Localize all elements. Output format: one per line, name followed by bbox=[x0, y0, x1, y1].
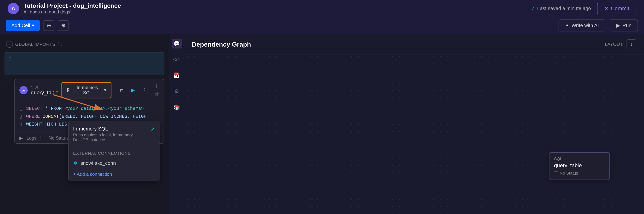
global-imports-toggle[interactable]: ‹ bbox=[6, 41, 13, 48]
add-above-button[interactable]: ⊕ bbox=[44, 20, 54, 31]
add-cell-button[interactable]: Add Cell ▾ bbox=[6, 20, 40, 31]
sidebar-chat-icon[interactable]: 💬 bbox=[172, 39, 182, 48]
dependency-graph-panel: Dependency Graph LAYOUT: ↓ SQL query_tab… bbox=[184, 34, 644, 214]
graph-node-type: SQL bbox=[554, 156, 605, 161]
global-imports-label: GLOBAL IMPORTS bbox=[15, 42, 55, 47]
in-memory-check-icon: ✓ bbox=[150, 127, 155, 133]
db-selector-button[interactable]: 🗄 In-memory SQL ▾ bbox=[62, 82, 111, 98]
code-line-1: 1 SELECT * FROM <your_database>.<your_sc… bbox=[19, 105, 160, 113]
graph-node-query-table[interactable]: SQL query_table No Status bbox=[549, 152, 610, 180]
sql-cell-type-icon: A bbox=[19, 86, 28, 94]
delete-cell-icon[interactable]: 🗑 bbox=[154, 91, 160, 97]
ai-icon: ✦ bbox=[565, 22, 569, 28]
dep-graph-right: LAYOUT: ↓ bbox=[605, 39, 636, 49]
status-checkbox[interactable] bbox=[40, 136, 45, 140]
project-title: Tutorial Project - dog_intelligence bbox=[24, 2, 121, 9]
db-icon: 🗄 bbox=[66, 88, 71, 93]
plus-down-icon: ⊕ bbox=[61, 22, 66, 29]
header-title-group: Tutorial Project - dog_intelligence All … bbox=[24, 2, 121, 14]
sidebar-schedule-icon[interactable]: 📅 bbox=[172, 70, 182, 80]
commit-button[interactable]: ⊙ Commit bbox=[597, 3, 636, 14]
snowflake-icon: ❄ bbox=[73, 160, 78, 166]
global-imports-info-icon: ⓘ bbox=[58, 41, 62, 47]
move-handle-icon[interactable]: ✛ bbox=[154, 83, 160, 89]
sql-cell-toggle[interactable]: ‹ bbox=[4, 83, 12, 89]
status-label: No Status bbox=[48, 135, 68, 141]
sidebar-settings-icon[interactable]: ⚙ bbox=[172, 86, 182, 96]
in-memory-sql-option[interactable]: In-memory SQL Runs against a local, in-m… bbox=[68, 123, 159, 145]
main-layout: ‹ GLOBAL IMPORTS ⓘ 1 ‹ A SQL bbox=[0, 34, 644, 214]
snowflake-conn-option[interactable]: ❄ snowflake_conn bbox=[68, 157, 159, 169]
graph-background bbox=[184, 53, 644, 214]
dep-graph-title: Dependency Graph bbox=[192, 41, 251, 48]
header-right: ✓ Last saved a minute ago ⊙ Commit bbox=[531, 3, 636, 14]
cell-name-label: query_table bbox=[31, 90, 58, 96]
commit-icon: ⊙ bbox=[604, 5, 609, 11]
run-cell-button[interactable]: ▶ bbox=[129, 86, 137, 94]
add-below-button[interactable]: ⊕ bbox=[58, 20, 68, 31]
dropdown-divider bbox=[68, 147, 159, 147]
graph-node-status-box bbox=[554, 171, 558, 175]
project-subtitle: All dogs are good dogs! bbox=[24, 9, 121, 14]
logs-toggle[interactable]: Logs bbox=[26, 135, 36, 141]
checkmark-icon: ✓ bbox=[531, 5, 535, 11]
external-connections-header: EXTERNAL CONNECTIONS bbox=[68, 149, 159, 157]
in-memory-sql-desc: Runs against a local, in-memory DuckDB i… bbox=[73, 133, 148, 142]
graph-node-name: query_table bbox=[554, 162, 605, 169]
in-memory-sql-title: In-memory SQL bbox=[73, 126, 148, 132]
toolbar-right: ✦ Write with AI ▶ Run bbox=[558, 19, 638, 31]
logs-expand-icon[interactable]: ▶ bbox=[19, 135, 23, 141]
db-chevron-icon: ▾ bbox=[104, 88, 106, 93]
sidebar-code-icon[interactable]: </> bbox=[172, 55, 182, 64]
sql-cell-header: A SQL query_table 🗄 In-memory SQL ▾ ⇄ ▶ … bbox=[15, 79, 164, 101]
global-imports-header: ‹ GLOBAL IMPORTS ⓘ bbox=[0, 38, 169, 51]
in-memory-sql-content: In-memory SQL Runs against a local, in-m… bbox=[73, 126, 148, 142]
chevron-down-icon: ▾ bbox=[32, 22, 34, 28]
more-options-button[interactable]: ⋮ bbox=[140, 86, 148, 94]
run-icon: ▶ bbox=[616, 22, 620, 28]
code-line-2: 2 WHERE CONCAT (BREED, HEIGHT_LOW_INCHES… bbox=[19, 113, 160, 121]
filter-action-button[interactable]: ⇄ bbox=[117, 86, 126, 94]
left-panel: ‹ GLOBAL IMPORTS ⓘ 1 ‹ A SQL bbox=[0, 34, 169, 214]
header: A Tutorial Project - dog_intelligence Al… bbox=[0, 0, 644, 17]
app-logo: A bbox=[8, 3, 19, 14]
sidebar-library-icon[interactable]: 📚 bbox=[172, 102, 182, 112]
cell-label-group: SQL query_table bbox=[31, 85, 58, 96]
layout-label: LAYOUT: bbox=[605, 42, 624, 47]
layout-direction-button[interactable]: ↓ bbox=[626, 39, 636, 49]
global-imports-editor[interactable]: 1 bbox=[4, 52, 164, 75]
graph-node-status: No Status bbox=[554, 171, 605, 176]
toolbar: Add Cell ▾ ⊕ ⊕ ✦ Write with AI ▶ Run bbox=[0, 17, 644, 34]
plus-up-icon: ⊕ bbox=[47, 22, 51, 29]
line-number-1: 1 bbox=[8, 56, 12, 62]
write-with-ai-button[interactable]: ✦ Write with AI bbox=[558, 19, 605, 31]
db-dropdown-menu: In-memory SQL Runs against a local, in-m… bbox=[68, 121, 160, 181]
cell-type-label: SQL bbox=[31, 85, 58, 90]
last-saved-status: ✓ Last saved a minute ago bbox=[531, 5, 591, 11]
dep-graph-header: Dependency Graph LAYOUT: ↓ bbox=[184, 34, 644, 55]
snowflake-conn-label: snowflake_conn bbox=[80, 160, 116, 166]
right-sidebar: 💬 </> 📅 ⚙ 📚 bbox=[169, 34, 184, 214]
graph-node-status-label: No Status bbox=[560, 171, 578, 176]
add-connection-button[interactable]: + Add a connection bbox=[68, 169, 159, 180]
cell-actions: ⇄ ▶ ⋮ bbox=[117, 86, 148, 94]
run-button[interactable]: ▶ Run bbox=[610, 19, 638, 31]
